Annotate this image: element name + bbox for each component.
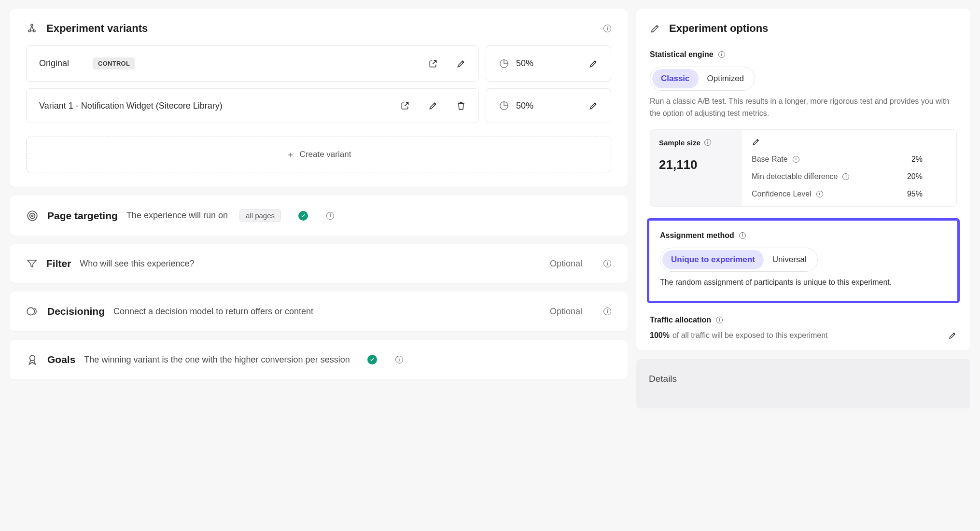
control-badge: CONTROL <box>93 57 135 70</box>
edit-icon[interactable] <box>456 59 466 69</box>
variant-main: Variant 1 - Notification Widget (Sitecor… <box>26 88 479 123</box>
plus-icon: ＋ <box>286 149 295 160</box>
pie-icon <box>499 100 509 111</box>
min-diff-value: 20% <box>907 172 923 181</box>
page-targeting-pill: all pages <box>239 209 281 222</box>
variant-name: Variant 1 - Notification Widget (Sitecor… <box>39 101 223 111</box>
check-icon <box>298 211 308 221</box>
svg-point-9 <box>30 355 35 361</box>
svg-point-6 <box>30 213 35 218</box>
info-icon[interactable]: i <box>704 139 711 146</box>
target-icon <box>26 210 39 222</box>
info-icon[interactable]: i <box>816 191 823 197</box>
info-icon[interactable]: i <box>395 356 403 363</box>
sample-row-confidence: Confidence Level i 95% <box>752 190 947 198</box>
details-card[interactable]: Details <box>636 359 970 408</box>
sample-size-label: Sample size i <box>659 139 733 147</box>
goals-icon <box>26 353 39 366</box>
edit-icon[interactable] <box>948 331 957 340</box>
engine-seg-classic[interactable]: Classic <box>652 69 699 88</box>
statistical-engine-label: Statistical engine i <box>650 50 957 59</box>
variant-row: Original CONTROL 50% <box>10 45 628 88</box>
confidence-value: 95% <box>907 190 923 198</box>
goals-card[interactable]: Goals The winning variant is the one wit… <box>10 340 628 379</box>
decisioning-card[interactable]: Decisioning Connect a decision model to … <box>10 292 628 331</box>
decision-icon <box>26 305 39 318</box>
assignment-seg-unique[interactable]: Unique to experiment <box>662 250 764 269</box>
edit-icon[interactable] <box>428 101 438 111</box>
base-rate-value: 2% <box>911 155 923 164</box>
decisioning-heading: Decisioning <box>47 306 105 317</box>
filter-card[interactable]: Filter Who will see this experience? Opt… <box>10 244 628 283</box>
filter-icon <box>26 258 38 269</box>
svg-point-2 <box>31 24 33 26</box>
edit-icon[interactable] <box>588 59 598 69</box>
traffic-row: 100% of all traffic will be exposed to t… <box>650 331 957 340</box>
variant-row: Variant 1 - Notification Widget (Sitecor… <box>10 88 628 130</box>
goals-desc: The winning variant is the one with the … <box>84 355 350 365</box>
experiment-options-card: Experiment options Statistical engine i … <box>636 9 970 350</box>
assignment-method-label: Assignment method i <box>660 231 947 240</box>
info-icon[interactable]: i <box>603 25 611 32</box>
details-heading: Details <box>649 374 677 384</box>
sample-size-value: 21,110 <box>659 157 733 172</box>
traffic-desc: of all traffic will be exposed to this e… <box>672 331 828 340</box>
svg-point-8 <box>27 307 34 315</box>
split-value: 50% <box>516 101 582 111</box>
filter-heading: Filter <box>46 258 71 269</box>
variant-name: Original <box>39 58 69 69</box>
optional-label: Optional <box>550 307 582 317</box>
info-icon[interactable]: i <box>793 156 799 163</box>
check-icon <box>367 355 377 364</box>
info-icon[interactable]: i <box>842 173 849 180</box>
variants-icon <box>26 23 38 34</box>
assignment-method-highlight: Assignment method i Unique to experiment… <box>647 218 960 304</box>
engine-desc: Run a classic A/B test. This results in … <box>650 96 957 120</box>
page-targeting-desc: The experience will run on <box>126 210 228 221</box>
edit-icon <box>650 23 660 34</box>
edit-icon[interactable] <box>588 101 598 111</box>
sample-size-box: Sample size i 21,110 Base Rate i 2% <box>650 129 957 207</box>
create-variant-label: Create variant <box>300 150 351 159</box>
svg-point-7 <box>31 215 33 216</box>
svg-point-5 <box>28 211 37 221</box>
delete-icon[interactable] <box>456 101 466 111</box>
engine-seg-optimized[interactable]: Optimized <box>699 69 753 88</box>
goals-heading: Goals <box>47 354 75 365</box>
sample-row-base-rate: Base Rate i 2% <box>752 155 947 164</box>
engine-toggle[interactable]: Classic Optimized <box>650 67 755 91</box>
variants-heading: Experiment variants <box>46 22 148 35</box>
create-variant-button[interactable]: ＋ Create variant <box>26 137 611 172</box>
traffic-pct: 100% <box>650 331 670 340</box>
info-icon[interactable]: i <box>326 212 334 220</box>
pie-icon <box>499 58 509 69</box>
info-icon[interactable]: i <box>603 260 611 267</box>
assignment-desc: The random assignment of participants is… <box>660 277 947 289</box>
info-icon[interactable]: i <box>603 307 611 315</box>
variant-split: 50% <box>486 88 611 123</box>
variant-split: 50% <box>486 45 611 82</box>
filter-desc: Who will see this experience? <box>80 259 194 269</box>
split-value: 50% <box>516 58 582 69</box>
sample-row-min-diff: Min detectable difference i 20% <box>752 172 947 181</box>
decisioning-desc: Connect a decision model to return offer… <box>113 307 313 317</box>
info-icon[interactable]: i <box>739 232 746 239</box>
page-targeting-card[interactable]: Page targeting The experience will run o… <box>10 196 628 236</box>
variant-main: Original CONTROL <box>26 45 479 82</box>
traffic-allocation-label: Traffic allocation i <box>650 316 957 324</box>
assignment-toggle[interactable]: Unique to experiment Universal <box>660 248 818 272</box>
open-external-icon[interactable] <box>400 101 410 111</box>
info-icon[interactable]: i <box>716 317 723 323</box>
open-external-icon[interactable] <box>428 59 438 69</box>
page-targeting-heading: Page targeting <box>47 210 118 222</box>
experiment-variants-card: Experiment variants i Original CONTROL <box>10 9 628 187</box>
options-heading: Experiment options <box>669 22 768 35</box>
edit-icon[interactable] <box>752 138 947 146</box>
assignment-seg-universal[interactable]: Universal <box>764 250 815 269</box>
optional-label: Optional <box>550 259 582 269</box>
info-icon[interactable]: i <box>718 51 725 58</box>
